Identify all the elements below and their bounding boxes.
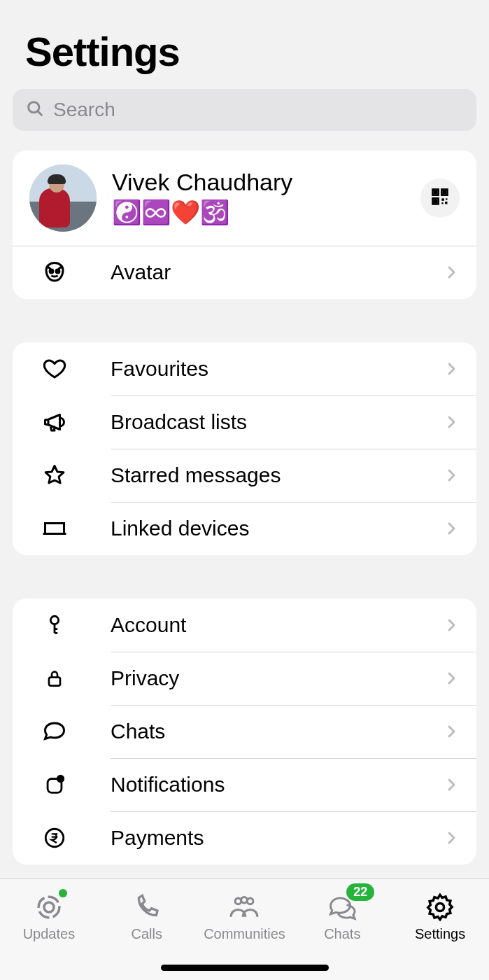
chevron-right-icon <box>443 360 460 377</box>
chevron-right-icon <box>443 414 460 430</box>
chevron-right-icon <box>443 467 460 484</box>
svg-rect-8 <box>441 198 444 201</box>
svg-point-13 <box>56 270 59 273</box>
lock-icon <box>41 664 69 692</box>
svg-point-17 <box>57 776 64 782</box>
notifications-row[interactable]: Notifications <box>13 758 476 811</box>
starred-messages-label: Starred messages <box>111 463 443 487</box>
heart-icon <box>41 355 69 383</box>
svg-point-14 <box>50 616 58 624</box>
profile-photo[interactable] <box>29 164 97 232</box>
tab-chats[interactable]: 22 Chats <box>293 879 391 955</box>
svg-rect-15 <box>49 678 60 686</box>
svg-line-1 <box>38 111 41 115</box>
phone-icon <box>133 892 161 922</box>
starred-messages-row[interactable]: Starred messages <box>13 449 476 502</box>
tab-calls[interactable]: Calls <box>98 879 196 955</box>
page-title: Settings <box>25 28 476 75</box>
chevron-right-icon <box>443 520 460 537</box>
chats-label: Chats <box>111 720 443 743</box>
account-row[interactable]: Account <box>13 598 476 652</box>
speech-bubble-icon <box>41 718 69 746</box>
linked-devices-label: Linked devices <box>111 517 443 540</box>
rupee-icon <box>41 824 69 852</box>
chats-row[interactable]: Chats <box>13 705 476 758</box>
profile-row[interactable]: Vivek Chaudhary ☯️♾️❤️🕉️ <box>13 150 476 246</box>
svg-point-18 <box>45 829 64 847</box>
payments-label: Payments <box>111 826 443 850</box>
search-icon <box>25 99 45 121</box>
avatar-row[interactable]: Avatar <box>13 246 476 299</box>
star-icon <box>41 461 69 489</box>
svg-point-12 <box>50 270 53 273</box>
tab-chats-label: Chats <box>324 926 360 942</box>
broadcast-lists-label: Broadcast lists <box>111 410 443 434</box>
home-indicator[interactable] <box>161 965 329 971</box>
chevron-right-icon <box>443 617 460 634</box>
tab-calls-label: Calls <box>131 926 162 942</box>
profile-status: ☯️♾️❤️🕉️ <box>112 198 420 227</box>
megaphone-icon <box>41 408 69 436</box>
avatar-face-icon <box>41 258 69 286</box>
qr-code-icon <box>430 187 450 209</box>
account-label: Account <box>111 613 443 637</box>
svg-rect-3 <box>434 191 437 194</box>
search-input[interactable] <box>53 99 464 121</box>
updates-status-icon <box>34 892 64 922</box>
favourites-label: Favourites <box>111 357 443 381</box>
notification-icon <box>41 771 69 799</box>
chats-badge: 22 <box>346 883 374 901</box>
updates-dot-icon <box>59 889 67 897</box>
key-icon <box>41 611 69 639</box>
tab-communities[interactable]: Communities <box>196 879 294 955</box>
avatar-label: Avatar <box>111 260 443 284</box>
chevron-right-icon <box>443 723 460 740</box>
tab-communities-label: Communities <box>204 926 285 942</box>
privacy-label: Privacy <box>111 666 443 690</box>
tab-settings[interactable]: Settings <box>391 879 489 955</box>
search-bar[interactable] <box>13 89 476 131</box>
svg-rect-11 <box>445 202 448 204</box>
gear-icon <box>425 892 455 922</box>
payments-row[interactable]: Payments <box>13 811 476 864</box>
tab-updates[interactable]: Updates <box>0 879 98 955</box>
tab-settings-label: Settings <box>415 926 465 942</box>
svg-rect-10 <box>441 202 443 204</box>
chevron-right-icon <box>443 776 460 793</box>
communities-icon <box>227 892 261 922</box>
privacy-row[interactable]: Privacy <box>13 652 476 705</box>
broadcast-lists-row[interactable]: Broadcast lists <box>13 396 476 449</box>
svg-point-23 <box>248 898 254 904</box>
svg-point-24 <box>436 903 444 911</box>
svg-rect-7 <box>434 200 437 203</box>
favourites-row[interactable]: Favourites <box>13 342 476 396</box>
notifications-label: Notifications <box>111 773 443 797</box>
svg-rect-5 <box>444 191 446 194</box>
qr-code-button[interactable] <box>420 178 460 218</box>
svg-point-19 <box>38 897 59 918</box>
svg-rect-9 <box>446 198 447 200</box>
tab-updates-label: Updates <box>23 926 76 942</box>
chevron-right-icon <box>443 264 460 281</box>
profile-name: Vivek Chaudhary <box>112 169 420 195</box>
chevron-right-icon <box>443 830 460 846</box>
linked-devices-row[interactable]: Linked devices <box>13 502 476 555</box>
svg-point-20 <box>44 902 54 912</box>
chevron-right-icon <box>443 670 460 687</box>
tab-bar: Updates Calls Communities 22 <box>0 878 489 980</box>
laptop-icon <box>41 514 69 542</box>
